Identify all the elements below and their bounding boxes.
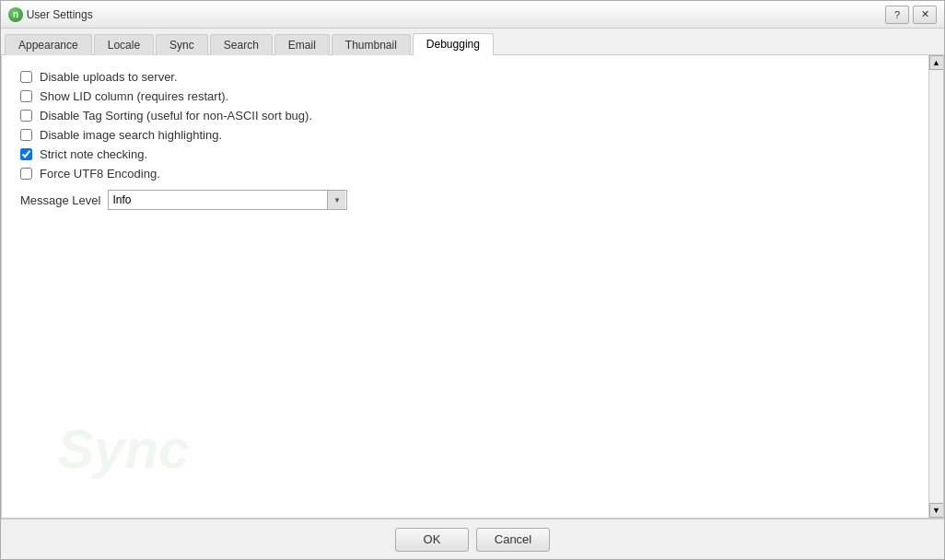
checkbox-row-4: Disable image search highlighting. bbox=[20, 128, 910, 142]
watermark: Sync bbox=[57, 417, 189, 481]
checkbox-label-4[interactable]: Disable image search highlighting. bbox=[40, 128, 222, 142]
checkbox-force-utf8[interactable] bbox=[20, 168, 32, 180]
titlebar-buttons: ? ✕ bbox=[885, 6, 937, 24]
checkbox-label-3[interactable]: Disable Tag Sorting (useful for non-ASCI… bbox=[40, 109, 312, 122]
checkbox-label-6[interactable]: Force UTF8 Encoding. bbox=[40, 167, 160, 181]
scrollbar-track[interactable] bbox=[929, 70, 943, 503]
tab-appearance[interactable]: Appearance bbox=[5, 34, 92, 55]
checkbox-row-2: Show LID column (requires restart). bbox=[20, 89, 910, 103]
tab-debugging[interactable]: Debugging bbox=[413, 33, 494, 55]
checkbox-strict-note[interactable] bbox=[20, 148, 32, 160]
checkbox-disable-image-search[interactable] bbox=[20, 129, 32, 141]
footer: OK Cancel bbox=[1, 519, 944, 559]
checkbox-show-lid[interactable] bbox=[20, 90, 32, 102]
scrollbar-up-button[interactable]: ▲ bbox=[929, 55, 944, 70]
ok-button[interactable]: OK bbox=[395, 528, 469, 552]
checkbox-label-1[interactable]: Disable uploads to server. bbox=[40, 70, 178, 84]
message-level-row: Message Level Debug Info Warning Error bbox=[20, 190, 910, 210]
cancel-button[interactable]: Cancel bbox=[476, 528, 550, 552]
checkbox-disable-tag-sorting[interactable] bbox=[20, 110, 32, 122]
window: n User Settings ? ✕ Appearance Locale Sy… bbox=[0, 0, 945, 560]
checkbox-row-5: Strict note checking. bbox=[20, 147, 910, 161]
message-level-select[interactable]: Debug Info Warning Error bbox=[108, 190, 347, 210]
main-content: Sync Disable uploads to server. Show LID… bbox=[2, 55, 928, 518]
titlebar: n User Settings ? ✕ bbox=[1, 1, 944, 29]
scrollbar-right: ▲ ▼ bbox=[928, 55, 943, 518]
help-button[interactable]: ? bbox=[885, 6, 909, 24]
checkbox-label-5[interactable]: Strict note checking. bbox=[40, 147, 147, 161]
checkbox-disable-uploads[interactable] bbox=[20, 71, 32, 83]
checkbox-row-1: Disable uploads to server. bbox=[20, 70, 910, 84]
message-level-label: Message Level bbox=[20, 193, 100, 207]
scrollbar-down-button[interactable]: ▼ bbox=[929, 503, 944, 518]
content-area: Sync Disable uploads to server. Show LID… bbox=[1, 55, 944, 519]
tab-search[interactable]: Search bbox=[210, 34, 273, 55]
tab-email[interactable]: Email bbox=[274, 34, 330, 55]
tab-sync[interactable]: Sync bbox=[156, 34, 208, 55]
checkbox-row-6: Force UTF8 Encoding. bbox=[20, 167, 910, 181]
tab-locale[interactable]: Locale bbox=[94, 34, 154, 55]
window-title: User Settings bbox=[27, 8, 885, 21]
checkbox-label-2[interactable]: Show LID column (requires restart). bbox=[40, 89, 228, 103]
tab-bar: Appearance Locale Sync Search Email Thum… bbox=[1, 29, 944, 55]
message-level-select-wrapper: Debug Info Warning Error bbox=[108, 190, 347, 210]
app-icon: n bbox=[8, 7, 23, 22]
checkbox-row-3: Disable Tag Sorting (useful for non-ASCI… bbox=[20, 109, 910, 122]
tab-thumbnail[interactable]: Thumbnail bbox=[332, 34, 411, 55]
close-button[interactable]: ✕ bbox=[913, 6, 937, 24]
